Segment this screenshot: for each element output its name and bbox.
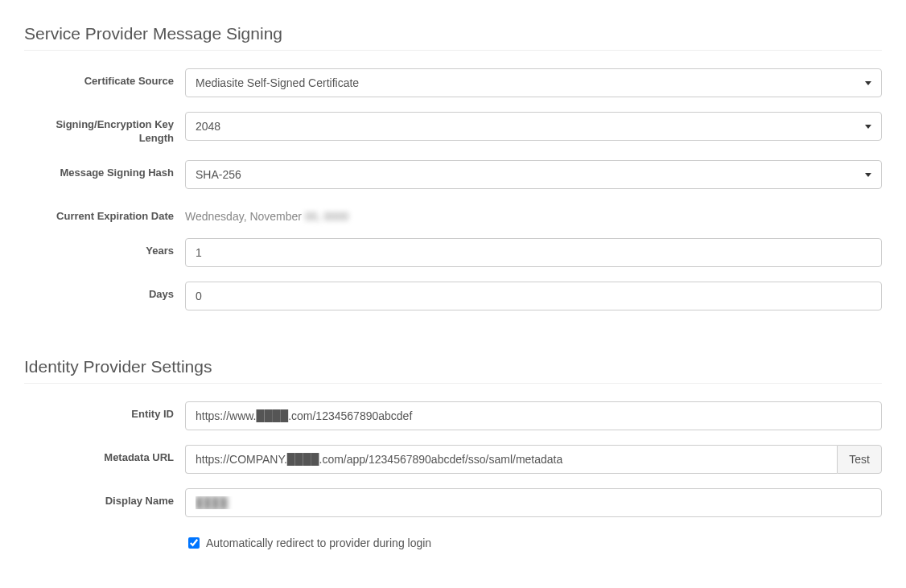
message-hash-select[interactable]: SHA-256 <box>185 160 882 189</box>
row-certificate-source: Certificate Source Mediasite Self-Signed… <box>24 68 882 97</box>
certificate-source-value: Mediasite Self-Signed Certificate <box>196 76 359 89</box>
test-button[interactable]: Test <box>837 445 882 474</box>
key-length-select[interactable]: 2048 <box>185 112 882 141</box>
label-days: Days <box>24 282 185 302</box>
row-expiration-date: Current Expiration Date Wednesday, Novem… <box>24 204 882 224</box>
row-message-hash: Message Signing Hash SHA-256 <box>24 160 882 189</box>
expiration-date-prefix: Wednesday, November <box>185 210 305 223</box>
caret-down-icon <box>865 125 871 129</box>
label-message-hash: Message Signing Hash <box>24 160 185 180</box>
label-certificate-source: Certificate Source <box>24 68 185 88</box>
expiration-date-value: Wednesday, November 00, 0000 <box>185 204 348 223</box>
row-metadata-url: Metadata URL Test <box>24 445 882 474</box>
years-input[interactable] <box>185 238 882 267</box>
auto-redirect-text: Automatically redirect to provider durin… <box>206 537 431 549</box>
key-length-value: 2048 <box>196 120 220 133</box>
label-years: Years <box>24 238 185 258</box>
row-days: Days <box>24 282 882 310</box>
certificate-source-select[interactable]: Mediasite Self-Signed Certificate <box>185 68 882 97</box>
caret-down-icon <box>865 81 871 85</box>
idp-section-title: Identity Provider Settings <box>24 357 882 384</box>
label-entity-id: Entity ID <box>24 401 185 421</box>
row-key-length: Signing/Encryption Key Length 2048 <box>24 112 882 146</box>
label-metadata-url: Metadata URL <box>24 445 185 465</box>
label-display-name: Display Name <box>24 488 185 508</box>
row-auto-redirect: Automatically redirect to provider durin… <box>24 532 882 551</box>
days-input[interactable] <box>185 282 882 310</box>
label-expiration-date: Current Expiration Date <box>24 204 185 224</box>
metadata-url-input[interactable] <box>185 445 837 474</box>
row-display-name: Display Name <box>24 488 882 517</box>
caret-down-icon <box>865 173 871 177</box>
entity-id-input[interactable] <box>185 401 882 430</box>
row-entity-id: Entity ID <box>24 401 882 430</box>
expiration-date-redacted: 00, 0000 <box>305 210 349 223</box>
label-auto-redirect-spacer <box>24 532 185 538</box>
auto-redirect-checkbox[interactable] <box>188 537 200 549</box>
sp-section-title: Service Provider Message Signing <box>24 24 882 51</box>
row-years: Years <box>24 238 882 267</box>
display-name-input[interactable] <box>185 488 882 517</box>
label-key-length: Signing/Encryption Key Length <box>24 112 185 146</box>
message-hash-value: SHA-256 <box>196 168 241 181</box>
auto-redirect-label[interactable]: Automatically redirect to provider durin… <box>185 532 431 551</box>
